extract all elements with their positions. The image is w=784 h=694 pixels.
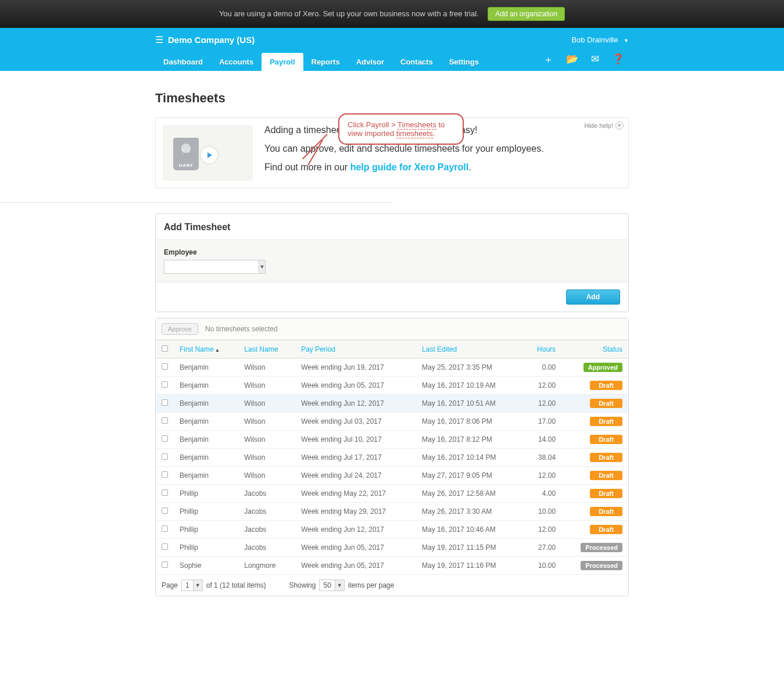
table-row[interactable]: PhillipJacobsWeek ending May 22, 2017May… bbox=[156, 485, 628, 503]
help-guide-link[interactable]: help guide for Xero Payroll bbox=[350, 162, 469, 172]
approve-button[interactable]: Approve bbox=[162, 323, 198, 335]
add-organization-button[interactable]: Add an organization bbox=[488, 7, 565, 21]
help-illustration[interactable]: GARY bbox=[163, 125, 253, 181]
pager-page-select[interactable]: 1▼ bbox=[181, 579, 203, 591]
nav-payroll[interactable]: Payroll bbox=[262, 53, 303, 71]
cell-last-name: Wilson bbox=[238, 413, 295, 431]
row-checkbox[interactable] bbox=[162, 417, 168, 424]
row-checkbox[interactable] bbox=[162, 507, 168, 514]
cell-hours: 12.00 bbox=[524, 377, 561, 395]
cell-last-name: Wilson bbox=[238, 449, 295, 467]
cell-pay-period: Week ending Jul 24, 2017 bbox=[295, 467, 416, 485]
play-button[interactable] bbox=[201, 147, 217, 163]
cell-hours: 17.00 bbox=[524, 413, 561, 431]
table-row[interactable]: PhillipJacobsWeek ending Jun 05, 2017May… bbox=[156, 539, 628, 557]
cell-last-name: Jacobs bbox=[238, 521, 295, 539]
pager-showing-label: Showing bbox=[289, 581, 316, 589]
row-checkbox[interactable] bbox=[162, 471, 168, 478]
col-first-name[interactable]: First Name bbox=[174, 341, 238, 359]
nav-advisor[interactable]: Advisor bbox=[348, 53, 392, 71]
demo-banner: You are using a demo of Xero. Set up you… bbox=[0, 0, 784, 28]
help-line-3: Find out more in our help guide for Xero… bbox=[264, 162, 544, 173]
nav-contacts[interactable]: Contacts bbox=[392, 53, 441, 71]
cell-first-name: Phillip bbox=[174, 539, 238, 557]
row-checkbox[interactable] bbox=[162, 363, 168, 370]
cell-last-edited: May 16, 2017 10:19 AM bbox=[416, 377, 524, 395]
nav-dashboard[interactable]: Dashboard bbox=[155, 53, 211, 71]
table-row[interactable]: BenjaminWilsonWeek ending Jul 10, 2017Ma… bbox=[156, 431, 628, 449]
cell-hours: 10.00 bbox=[524, 503, 561, 521]
badge-label: GARY bbox=[173, 163, 199, 168]
mail-icon[interactable]: ✉ bbox=[591, 53, 599, 66]
status-badge: Draft bbox=[590, 381, 622, 390]
table-row[interactable]: BenjaminWilsonWeek ending Jul 17, 2017Ma… bbox=[156, 449, 628, 467]
table-row[interactable]: BenjaminWilsonWeek ending Jun 19, 2017Ma… bbox=[156, 359, 628, 377]
cell-pay-period: Week ending Jul 03, 2017 bbox=[295, 413, 416, 431]
cell-last-name: Wilson bbox=[238, 467, 295, 485]
select-all-checkbox[interactable] bbox=[162, 345, 168, 352]
folder-icon[interactable]: 📂 bbox=[566, 53, 578, 66]
cell-pay-period: Week ending Jul 10, 2017 bbox=[295, 431, 416, 449]
row-checkbox[interactable] bbox=[162, 435, 168, 442]
table-row[interactable]: BenjaminWilsonWeek ending Jun 12, 2017Ma… bbox=[156, 395, 628, 413]
col-last-name[interactable]: Last Name bbox=[238, 341, 295, 359]
employee-select[interactable]: ▼ bbox=[164, 260, 266, 274]
status-badge: Processed bbox=[581, 543, 622, 552]
top-bar: ☰ Demo Company (US) Bob Drainville ▼ bbox=[0, 28, 784, 51]
table-row[interactable]: SophieLongmoreWeek ending Jun 05, 2017Ma… bbox=[156, 557, 628, 575]
col-hours[interactable]: Hours bbox=[524, 341, 561, 359]
cell-last-edited: May 26, 2017 3:30 AM bbox=[416, 503, 524, 521]
cell-first-name: Phillip bbox=[174, 503, 238, 521]
row-checkbox[interactable] bbox=[162, 399, 168, 406]
col-pay-period[interactable]: Pay Period bbox=[295, 341, 416, 359]
table-row[interactable]: BenjaminWilsonWeek ending Jun 05, 2017Ma… bbox=[156, 377, 628, 395]
org-list-icon[interactable]: ☰ bbox=[155, 34, 163, 45]
user-name: Bob Drainville bbox=[571, 35, 618, 44]
help-icon[interactable]: ❓ bbox=[612, 53, 624, 66]
close-icon: ✕ bbox=[615, 121, 624, 130]
table-row[interactable]: PhillipJacobsWeek ending Jun 12, 2017May… bbox=[156, 521, 628, 539]
caret-down-icon: ▼ bbox=[624, 38, 629, 44]
status-badge: Draft bbox=[590, 507, 622, 516]
status-badge: Approved bbox=[583, 363, 622, 372]
cell-pay-period: Week ending Jun 05, 2017 bbox=[295, 377, 416, 395]
cell-pay-period: Week ending May 22, 2017 bbox=[295, 485, 416, 503]
row-checkbox[interactable] bbox=[162, 381, 168, 388]
pager: Page 1▼ of 1 (12 total items) Showing 50… bbox=[156, 575, 628, 596]
row-checkbox[interactable] bbox=[162, 489, 168, 496]
row-checkbox[interactable] bbox=[162, 453, 168, 460]
cell-last-edited: May 16, 2017 10:14 PM bbox=[416, 449, 524, 467]
nav-accounts[interactable]: Accounts bbox=[211, 53, 262, 71]
cell-pay-period: Week ending Jun 05, 2017 bbox=[295, 539, 416, 557]
cell-last-edited: May 16, 2017 10:51 AM bbox=[416, 395, 524, 413]
hide-help-button[interactable]: Hide help! ✕ bbox=[584, 121, 624, 130]
cell-first-name: Benjamin bbox=[174, 359, 238, 377]
col-last-edited[interactable]: Last Edited bbox=[416, 341, 524, 359]
add-button[interactable]: Add bbox=[566, 289, 620, 305]
timesheet-table: First Name Last Name Pay Period Last Edi… bbox=[156, 340, 628, 575]
row-checkbox[interactable] bbox=[162, 561, 168, 568]
status-badge: Draft bbox=[590, 399, 622, 408]
pager-perpage-select[interactable]: 50▼ bbox=[319, 579, 344, 591]
col-status[interactable]: Status bbox=[561, 341, 628, 359]
cell-first-name: Benjamin bbox=[174, 431, 238, 449]
chevron-down-icon[interactable]: ▼ bbox=[259, 260, 265, 273]
nav-settings[interactable]: Settings bbox=[441, 53, 487, 71]
status-badge: Draft bbox=[590, 489, 622, 498]
table-row[interactable]: BenjaminWilsonWeek ending Jul 24, 2017Ma… bbox=[156, 467, 628, 485]
row-checkbox[interactable] bbox=[162, 543, 168, 550]
callout-text: Click Payroll > Timesheets to view impor… bbox=[348, 120, 445, 138]
cell-pay-period: Week ending Jun 05, 2017 bbox=[295, 557, 416, 575]
org-name[interactable]: Demo Company (US) bbox=[168, 35, 571, 45]
plus-icon[interactable]: ＋ bbox=[543, 53, 553, 66]
user-menu[interactable]: Bob Drainville ▼ bbox=[571, 35, 629, 44]
cell-last-edited: May 16, 2017 8:12 PM bbox=[416, 431, 524, 449]
row-checkbox[interactable] bbox=[162, 525, 168, 532]
nav-reports[interactable]: Reports bbox=[303, 53, 348, 71]
add-timesheet-title: Add Timesheet bbox=[156, 214, 628, 240]
cell-last-name: Wilson bbox=[238, 431, 295, 449]
table-row[interactable]: BenjaminWilsonWeek ending Jul 03, 2017Ma… bbox=[156, 413, 628, 431]
employee-input[interactable] bbox=[164, 260, 259, 273]
table-row[interactable]: PhillipJacobsWeek ending May 29, 2017May… bbox=[156, 503, 628, 521]
pager-perpage-text: items per page bbox=[348, 581, 394, 589]
